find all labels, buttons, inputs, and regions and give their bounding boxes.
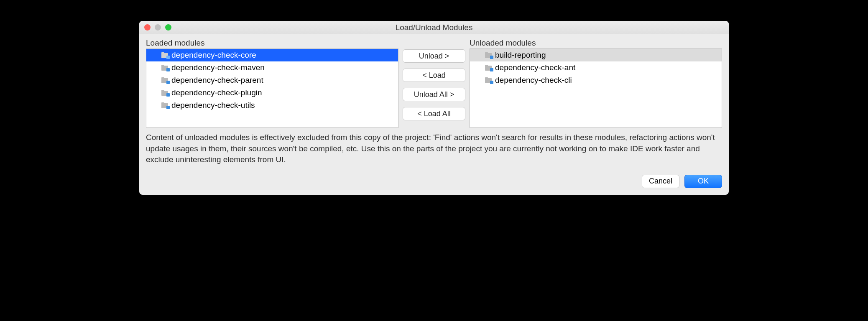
dialog-content: Loaded modules dependency-check-coredepe… [139, 34, 729, 195]
ok-button[interactable]: OK [684, 175, 722, 188]
module-folder-icon [161, 102, 169, 108]
list-item-label: dependency-check-utils [171, 101, 255, 110]
unload-button[interactable]: Unload > [403, 49, 465, 63]
titlebar: Load/Unload Modules [139, 21, 729, 34]
module-folder-icon [161, 52, 169, 58]
list-item-label: dependency-check-maven [171, 63, 265, 72]
module-folder-icon [485, 52, 493, 58]
list-item[interactable]: build-reporting [470, 49, 722, 61]
unload-all-button[interactable]: Unload All > [403, 88, 465, 101]
list-item[interactable]: dependency-check-plugin [146, 87, 398, 99]
module-folder-icon [485, 77, 493, 83]
loaded-label: Loaded modules [146, 38, 398, 48]
list-item-label: dependency-check-plugin [171, 88, 262, 97]
load-button[interactable]: < Load [403, 69, 465, 82]
module-folder-icon [161, 90, 169, 96]
description-text: Content of unloaded modules is effective… [146, 132, 722, 166]
close-icon[interactable] [144, 24, 151, 31]
list-item[interactable]: dependency-check-cli [470, 74, 722, 87]
unloaded-listbox[interactable]: build-reportingdependency-check-antdepen… [470, 48, 722, 128]
module-folder-icon [161, 65, 169, 71]
window-title: Load/Unload Modules [139, 23, 729, 32]
module-folder-icon [485, 65, 493, 71]
list-item-label: dependency-check-parent [171, 76, 263, 85]
transfer-buttons: Unload > < Load Unload All > < Load All [403, 38, 465, 120]
cancel-button[interactable]: Cancel [642, 175, 679, 188]
list-item[interactable]: dependency-check-parent [146, 74, 398, 87]
list-item[interactable]: dependency-check-maven [146, 61, 398, 74]
panes-row: Loaded modules dependency-check-coredepe… [146, 38, 722, 128]
unloaded-pane: Unloaded modules build-reportingdependen… [470, 38, 722, 128]
dialog-window: Load/Unload Modules Loaded modules depen… [139, 21, 729, 195]
minimize-icon [155, 24, 161, 31]
list-item-label: dependency-check-core [171, 51, 256, 60]
dialog-footer: Cancel OK [146, 175, 722, 188]
loaded-listbox[interactable]: dependency-check-coredependency-check-ma… [146, 48, 398, 128]
load-all-button[interactable]: < Load All [403, 107, 465, 120]
window-controls [139, 24, 171, 31]
list-item-label: dependency-check-cli [495, 76, 572, 85]
unloaded-label: Unloaded modules [470, 38, 722, 48]
list-item-label: build-reporting [495, 51, 546, 60]
module-folder-icon [161, 77, 169, 83]
maximize-icon[interactable] [165, 24, 171, 31]
list-item[interactable]: dependency-check-utils [146, 99, 398, 112]
loaded-pane: Loaded modules dependency-check-coredepe… [146, 38, 398, 128]
list-item[interactable]: dependency-check-ant [470, 61, 722, 74]
list-item-label: dependency-check-ant [495, 63, 575, 72]
list-item[interactable]: dependency-check-core [146, 49, 398, 61]
